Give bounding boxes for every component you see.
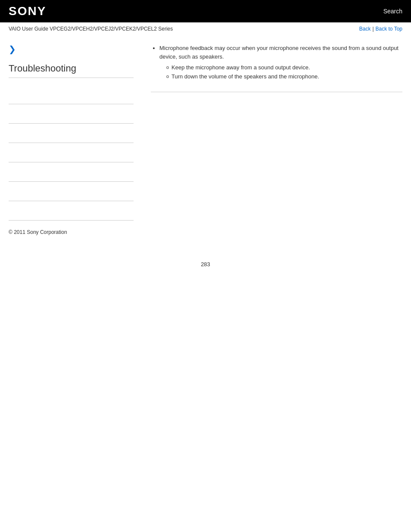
list-item <box>9 85 134 104</box>
list-item <box>9 143 134 162</box>
sony-logo: SONY <box>9 4 46 18</box>
content-list: Microphone feedback may occur when your … <box>151 44 402 81</box>
page-number: 283 <box>0 244 411 276</box>
list-item <box>9 162 134 182</box>
site-header: SONY Search <box>0 0 411 22</box>
sidebar-links <box>9 85 134 221</box>
main-text: Microphone feedback may occur when your … <box>159 45 399 60</box>
list-item <box>9 124 134 143</box>
list-item <box>9 104 134 124</box>
sidebar: ❯ Troubleshooting © <box>9 44 142 235</box>
content-section: Microphone feedback may occur when your … <box>151 44 402 92</box>
sub-list: Keep the microphone away from a sound ou… <box>159 63 402 81</box>
sub-item-1-text: Keep the microphone away from a sound ou… <box>171 64 310 71</box>
list-item: Microphone feedback may occur when your … <box>159 44 402 81</box>
copyright: © 2011 Sony Corporation <box>9 229 134 235</box>
search-button[interactable]: Search <box>383 8 402 15</box>
nav-links: Back | Back to Top <box>359 26 402 32</box>
sub-list-item-1: Keep the microphone away from a sound ou… <box>166 63 402 72</box>
content-area: Microphone feedback may occur when your … <box>142 44 402 235</box>
section-title: Troubleshooting <box>9 63 134 78</box>
sub-list-item-2: Turn down the volume of the speakers and… <box>166 72 402 81</box>
breadcrumb-title: VAIO User Guide VPCEG2/VPCEH2/VPCEJ2/VPC… <box>9 26 173 32</box>
list-item <box>9 201 134 221</box>
arrow-icon: ❯ <box>9 44 134 54</box>
breadcrumb-bar: VAIO User Guide VPCEG2/VPCEH2/VPCEJ2/VPC… <box>0 22 411 35</box>
list-item <box>9 182 134 201</box>
nav-separator: | <box>372 26 374 32</box>
main-content: ❯ Troubleshooting © <box>0 35 411 244</box>
back-to-top-link[interactable]: Back to Top <box>376 26 402 32</box>
back-link[interactable]: Back <box>359 26 371 32</box>
sub-item-2-text: Turn down the volume of the speakers and… <box>171 73 319 80</box>
